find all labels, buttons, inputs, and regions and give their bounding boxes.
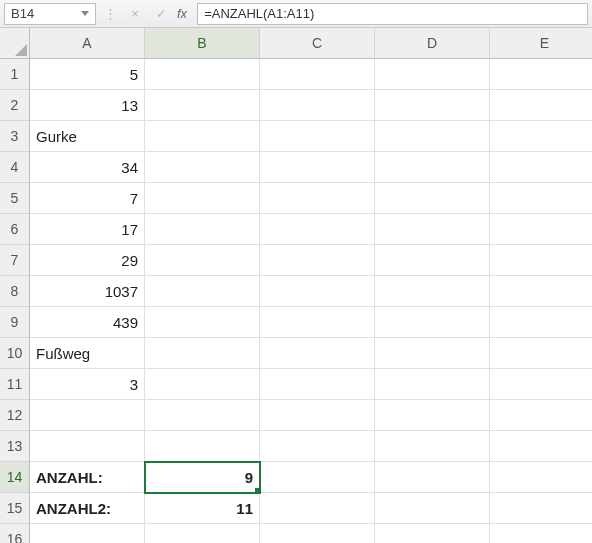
cell-E13[interactable] — [490, 431, 592, 462]
cell-E5[interactable] — [490, 183, 592, 214]
select-all-corner[interactable] — [0, 28, 30, 59]
cell-E10[interactable] — [490, 338, 592, 369]
column-header-B[interactable]: B — [145, 28, 260, 59]
cell-D3[interactable] — [375, 121, 490, 152]
row-header-2[interactable]: 2 — [0, 90, 30, 121]
cell-D8[interactable] — [375, 276, 490, 307]
cell-A5[interactable]: 7 — [30, 183, 145, 214]
row-header-16[interactable]: 16 — [0, 524, 30, 543]
row-header-10[interactable]: 10 — [0, 338, 30, 369]
cell-A7[interactable]: 29 — [30, 245, 145, 276]
cell-D12[interactable] — [375, 400, 490, 431]
row-header-14[interactable]: 14 — [0, 462, 30, 493]
row-header-1[interactable]: 1 — [0, 59, 30, 90]
cell-A9[interactable]: 439 — [30, 307, 145, 338]
cell-E7[interactable] — [490, 245, 592, 276]
cell-E3[interactable] — [490, 121, 592, 152]
cell-A10[interactable]: Fußweg — [30, 338, 145, 369]
cell-B9[interactable] — [145, 307, 260, 338]
column-header-E[interactable]: E — [490, 28, 592, 59]
cell-D1[interactable] — [375, 59, 490, 90]
cell-B5[interactable] — [145, 183, 260, 214]
cell-B4[interactable] — [145, 152, 260, 183]
cell-C9[interactable] — [260, 307, 375, 338]
cell-C12[interactable] — [260, 400, 375, 431]
cell-B6[interactable] — [145, 214, 260, 245]
cell-E9[interactable] — [490, 307, 592, 338]
cell-C3[interactable] — [260, 121, 375, 152]
cell-A8[interactable]: 1037 — [30, 276, 145, 307]
column-header-C[interactable]: C — [260, 28, 375, 59]
row-header-7[interactable]: 7 — [0, 245, 30, 276]
row-header-11[interactable]: 11 — [0, 369, 30, 400]
cell-D5[interactable] — [375, 183, 490, 214]
cell-E4[interactable] — [490, 152, 592, 183]
cell-C11[interactable] — [260, 369, 375, 400]
cell-C8[interactable] — [260, 276, 375, 307]
row-header-15[interactable]: 15 — [0, 493, 30, 524]
cell-E14[interactable] — [490, 462, 592, 493]
cell-C10[interactable] — [260, 338, 375, 369]
row-header-8[interactable]: 8 — [0, 276, 30, 307]
name-box[interactable]: B14 — [4, 3, 96, 25]
row-header-6[interactable]: 6 — [0, 214, 30, 245]
cell-A12[interactable] — [30, 400, 145, 431]
cell-E8[interactable] — [490, 276, 592, 307]
confirm-icon[interactable]: ✓ — [151, 4, 171, 24]
cell-C14[interactable] — [260, 462, 375, 493]
cell-D14[interactable] — [375, 462, 490, 493]
row-header-9[interactable]: 9 — [0, 307, 30, 338]
cell-C1[interactable] — [260, 59, 375, 90]
cell-D7[interactable] — [375, 245, 490, 276]
cell-A13[interactable] — [30, 431, 145, 462]
cell-D4[interactable] — [375, 152, 490, 183]
cell-D6[interactable] — [375, 214, 490, 245]
cell-D13[interactable] — [375, 431, 490, 462]
column-header-A[interactable]: A — [30, 28, 145, 59]
cell-A15[interactable]: ANZAHL2: — [30, 493, 145, 524]
cell-E12[interactable] — [490, 400, 592, 431]
cell-A11[interactable]: 3 — [30, 369, 145, 400]
sheet-area[interactable]: ABCDE152133Gurke4345761772981037943910Fu… — [0, 28, 592, 543]
cell-B7[interactable] — [145, 245, 260, 276]
cell-E1[interactable] — [490, 59, 592, 90]
cell-D11[interactable] — [375, 369, 490, 400]
cell-A16[interactable] — [30, 524, 145, 543]
cell-A14[interactable]: ANZAHL: — [30, 462, 145, 493]
cell-B8[interactable] — [145, 276, 260, 307]
fx-icon[interactable]: fx — [177, 6, 191, 21]
cell-D15[interactable] — [375, 493, 490, 524]
row-header-4[interactable]: 4 — [0, 152, 30, 183]
cell-E16[interactable] — [490, 524, 592, 543]
cell-E2[interactable] — [490, 90, 592, 121]
cell-A1[interactable]: 5 — [30, 59, 145, 90]
cell-C13[interactable] — [260, 431, 375, 462]
cancel-icon[interactable]: × — [125, 4, 145, 24]
cell-C15[interactable] — [260, 493, 375, 524]
cell-C4[interactable] — [260, 152, 375, 183]
cell-C7[interactable] — [260, 245, 375, 276]
row-header-13[interactable]: 13 — [0, 431, 30, 462]
column-header-D[interactable]: D — [375, 28, 490, 59]
cell-E11[interactable] — [490, 369, 592, 400]
cell-B14[interactable]: 9 — [145, 462, 260, 493]
cell-C16[interactable] — [260, 524, 375, 543]
cell-A6[interactable]: 17 — [30, 214, 145, 245]
cell-B12[interactable] — [145, 400, 260, 431]
row-header-3[interactable]: 3 — [0, 121, 30, 152]
cell-C2[interactable] — [260, 90, 375, 121]
cell-B3[interactable] — [145, 121, 260, 152]
cell-A2[interactable]: 13 — [30, 90, 145, 121]
cell-B15[interactable]: 11 — [145, 493, 260, 524]
cell-E6[interactable] — [490, 214, 592, 245]
cell-B16[interactable] — [145, 524, 260, 543]
cell-D2[interactable] — [375, 90, 490, 121]
cell-E15[interactable] — [490, 493, 592, 524]
cell-C5[interactable] — [260, 183, 375, 214]
row-header-12[interactable]: 12 — [0, 400, 30, 431]
cell-B10[interactable] — [145, 338, 260, 369]
cell-D9[interactable] — [375, 307, 490, 338]
cell-A3[interactable]: Gurke — [30, 121, 145, 152]
cell-C6[interactable] — [260, 214, 375, 245]
cell-D10[interactable] — [375, 338, 490, 369]
